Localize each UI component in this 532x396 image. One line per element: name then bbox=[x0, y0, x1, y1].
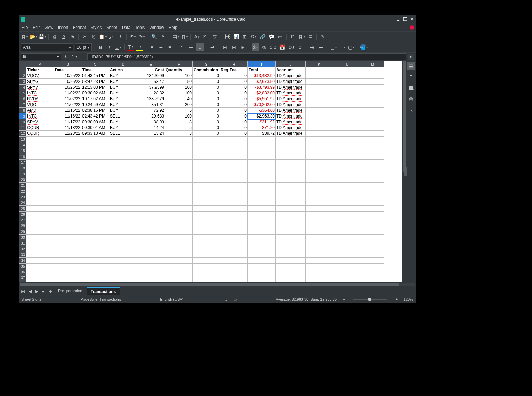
cell-C4[interactable]: 12:13:03 PM bbox=[81, 85, 109, 90]
cell-F13[interactable] bbox=[165, 137, 193, 142]
cell-A21[interactable] bbox=[26, 183, 54, 188]
cell-F10[interactable]: 8 bbox=[165, 119, 193, 125]
cell-J35[interactable] bbox=[276, 264, 306, 269]
cell-C37[interactable] bbox=[81, 275, 109, 281]
row-button[interactable]: ▤ bbox=[172, 33, 179, 40]
cell-M30[interactable] bbox=[361, 235, 384, 240]
cell-M7[interactable] bbox=[361, 102, 384, 108]
cell-B3[interactable]: 10/25/22 bbox=[54, 79, 81, 85]
cell-E4[interactable]: 37.9399 bbox=[137, 85, 165, 90]
cell-B28[interactable] bbox=[54, 223, 81, 229]
cell-E35[interactable] bbox=[137, 264, 165, 269]
cell-A19[interactable] bbox=[26, 171, 54, 177]
cell-L4[interactable] bbox=[333, 85, 361, 90]
autofilter-button[interactable]: ▽ bbox=[211, 33, 218, 40]
cell-A33[interactable] bbox=[26, 252, 54, 258]
cell-G11[interactable]: 0 bbox=[193, 125, 220, 131]
cell-A2[interactable]: VOOV bbox=[26, 73, 54, 79]
cell-I18[interactable] bbox=[248, 165, 276, 171]
cell-H2[interactable]: 0 bbox=[220, 73, 248, 79]
font-name-combo[interactable]: Arial▾ bbox=[21, 43, 73, 51]
row-header-4[interactable]: 4 bbox=[19, 85, 26, 90]
cell-J15[interactable] bbox=[276, 148, 306, 154]
align-right-button[interactable]: ≡ bbox=[166, 43, 173, 51]
row-header-5[interactable]: 5 bbox=[19, 90, 26, 96]
cell-G34[interactable] bbox=[193, 258, 220, 264]
cell-M35[interactable] bbox=[361, 264, 384, 269]
cell-I6[interactable]: -$5,551.92 bbox=[248, 96, 276, 102]
cell-M8[interactable] bbox=[361, 108, 384, 113]
image-button[interactable]: 🖼 bbox=[223, 33, 231, 40]
cell-K12[interactable] bbox=[306, 131, 333, 137]
cell-I4[interactable]: -$3,793.99 bbox=[248, 85, 276, 90]
cell-I14[interactable] bbox=[248, 142, 276, 148]
cell-B6[interactable]: 11/02/22 bbox=[54, 96, 81, 102]
cell-J14[interactable] bbox=[276, 142, 306, 148]
cell-L21[interactable] bbox=[333, 183, 361, 188]
cell-B21[interactable] bbox=[54, 183, 81, 188]
cell-I3[interactable]: -$2,673.50 bbox=[248, 79, 276, 85]
cell-B20[interactable] bbox=[54, 177, 81, 183]
cell-C2[interactable]: 01:43:45 PM bbox=[81, 73, 109, 79]
col-header-I[interactable]: I bbox=[248, 61, 276, 67]
row-header-17[interactable]: 17 bbox=[19, 160, 26, 165]
cell-B10[interactable]: 11/17/22 bbox=[54, 119, 81, 125]
cell-G37[interactable] bbox=[193, 275, 220, 281]
formula-input[interactable]: =IF($D9="BUY",$E9*$F9*-1,$E9*$F9) bbox=[87, 53, 406, 60]
cell-I7[interactable]: -$70,262.00 bbox=[248, 102, 276, 108]
cell-E19[interactable] bbox=[137, 171, 165, 177]
cell-K16[interactable] bbox=[306, 154, 333, 160]
cell-H10[interactable]: 0 bbox=[220, 119, 248, 125]
cell-E30[interactable] bbox=[137, 235, 165, 240]
border-color-button[interactable]: ▢ bbox=[347, 43, 355, 51]
add-decimal-button[interactable]: .00 bbox=[287, 43, 294, 51]
cell-G24[interactable] bbox=[193, 200, 220, 206]
cell-F33[interactable] bbox=[165, 252, 193, 258]
cell-H20[interactable] bbox=[220, 177, 248, 183]
cell-G38[interactable] bbox=[193, 281, 220, 282]
cell-D20[interactable] bbox=[109, 177, 137, 183]
col-header-H[interactable]: H bbox=[220, 61, 248, 67]
cell-J2[interactable]: TD Ameritrade bbox=[276, 73, 306, 79]
undo-button[interactable]: ↶ bbox=[129, 33, 136, 40]
cell-F19[interactable] bbox=[165, 171, 193, 177]
cell-M1[interactable] bbox=[361, 67, 384, 73]
row-header-38[interactable]: 38 bbox=[19, 281, 26, 282]
cell-H15[interactable] bbox=[220, 148, 248, 154]
cell-B2[interactable]: 10/25/22 bbox=[54, 73, 81, 79]
cell-C13[interactable] bbox=[81, 137, 109, 142]
cell-A30[interactable] bbox=[26, 235, 54, 240]
cell-E37[interactable] bbox=[137, 275, 165, 281]
col-header-A[interactable]: A bbox=[26, 61, 54, 67]
cell-I24[interactable] bbox=[248, 200, 276, 206]
cell-F2[interactable]: 100 bbox=[165, 73, 193, 79]
cell-C8[interactable]: 02:38:15 PM bbox=[81, 108, 109, 113]
cell-M34[interactable] bbox=[361, 258, 384, 264]
draw-functions-button[interactable]: ✎ bbox=[319, 33, 327, 40]
borders-button[interactable]: ▢ bbox=[330, 43, 337, 51]
cell-L30[interactable] bbox=[333, 235, 361, 240]
cell-M4[interactable] bbox=[361, 85, 384, 90]
row-header-35[interactable]: 35 bbox=[19, 264, 26, 269]
cell-I36[interactable] bbox=[248, 269, 276, 275]
cell-E20[interactable] bbox=[137, 177, 165, 183]
cell-F36[interactable] bbox=[165, 269, 193, 275]
cell-C28[interactable] bbox=[81, 223, 109, 229]
cell-I26[interactable] bbox=[248, 212, 276, 217]
status-zoom[interactable]: 120% bbox=[404, 297, 413, 301]
headers-footers-button[interactable]: ▭ bbox=[276, 33, 284, 40]
cell-D26[interactable] bbox=[109, 212, 137, 217]
print-preview-button[interactable]: 🗎 bbox=[69, 33, 76, 40]
cell-B35[interactable] bbox=[54, 264, 81, 269]
cell-A15[interactable] bbox=[26, 148, 54, 154]
cell-A27[interactable] bbox=[26, 217, 54, 223]
cell-C25[interactable] bbox=[81, 206, 109, 212]
cell-A37[interactable] bbox=[26, 275, 54, 281]
cell-C34[interactable] bbox=[81, 258, 109, 264]
cell-G17[interactable] bbox=[193, 160, 220, 165]
cell-M29[interactable] bbox=[361, 229, 384, 235]
cell-G36[interactable] bbox=[193, 269, 220, 275]
cell-C26[interactable] bbox=[81, 212, 109, 217]
cell-D36[interactable] bbox=[109, 269, 137, 275]
cell-J27[interactable] bbox=[276, 217, 306, 223]
